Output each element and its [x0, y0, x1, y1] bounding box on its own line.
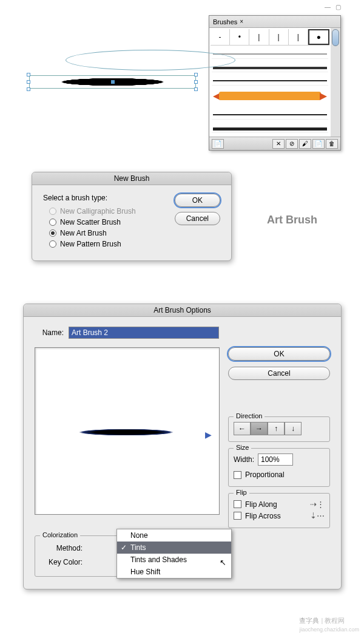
art-brush-annotation: Art Brush — [267, 214, 317, 226]
selection-handle[interactable] — [27, 80, 30, 84]
brush-ribbon[interactable] — [213, 89, 327, 105]
cancel-button[interactable]: Cancel — [175, 212, 220, 225]
dropdown-item-tints[interactable]: ✓ Tints — [117, 542, 231, 554]
new-brush-icon[interactable]: 📄 — [312, 139, 325, 149]
width-input[interactable] — [258, 453, 293, 466]
window-controls: — ▢ — [325, 4, 341, 10]
options-icon[interactable]: ⊘ — [286, 139, 298, 149]
brush-stroke-5[interactable] — [212, 122, 328, 133]
flip-along-label: Flip Along — [245, 500, 277, 509]
preview-column: ▶ — [35, 347, 220, 528]
brush-thumb[interactable]: | — [269, 29, 289, 45]
cancel-button[interactable]: Cancel — [228, 367, 330, 380]
art-brush-options-dialog: Art Brush Options Name: ▶ OK Cancel Dire… — [23, 304, 342, 589]
brush-thumb[interactable]: | — [249, 29, 269, 45]
brush-type-prompt: Select a brush type: — [43, 194, 164, 202]
width-label: Width: — [234, 455, 254, 464]
selection-handle[interactable] — [194, 73, 198, 76]
dialog-buttons: OK Cancel — [175, 194, 220, 250]
name-label: Name: — [35, 328, 64, 337]
brush-type-options: Select a brush type: New Calligraphic Br… — [43, 194, 164, 250]
brush-stroke-4[interactable] — [212, 109, 328, 120]
ok-button[interactable]: OK — [228, 347, 330, 361]
brush-thumb[interactable]: - — [211, 29, 230, 45]
brush-thumb-selected[interactable]: ● — [308, 29, 329, 45]
brush-thumb[interactable]: • — [230, 29, 249, 45]
name-input[interactable] — [69, 327, 219, 339]
method-dropdown[interactable]: None ✓ Tints Tints and Shades Hue Shift … — [116, 529, 232, 579]
checkbox-icon[interactable] — [234, 471, 241, 479]
direction-right-button[interactable]: → — [251, 422, 268, 435]
brush-thumb-row: - • | | | ● — [211, 29, 329, 46]
brush-stroke-3[interactable] — [212, 75, 328, 86]
minimize-icon[interactable]: — — [325, 4, 331, 10]
colorization-group: Colorization Method: Key Color: Tips Non… — [35, 535, 223, 577]
size-group: Size Width: Proportional — [228, 448, 330, 487]
brushes-panel: Brushes × - • | | | ● 📄 — [209, 15, 341, 151]
colorization-label: Colorization — [40, 531, 80, 538]
scroll-thumb[interactable] — [332, 29, 339, 46]
brushes-footer: 📄 ✕ ⊘ 🖌 📄 🗑 — [209, 137, 340, 150]
path-outline[interactable] — [66, 50, 235, 70]
flip-along-icon: ⇢⋮ — [310, 500, 325, 509]
check-icon: ✓ — [121, 543, 127, 552]
radio-scatter[interactable]: New Scatter Brush — [43, 217, 164, 228]
flip-across-icon: ⇣⋯ — [310, 511, 325, 520]
radio-icon[interactable] — [49, 229, 56, 237]
brushes-list: - • | | | ● — [209, 28, 331, 137]
radio-icon[interactable] — [49, 240, 56, 248]
selection-handle[interactable] — [27, 73, 30, 76]
expand-icon[interactable]: ▢ — [335, 4, 341, 10]
radio-label: New Scatter Brush — [60, 218, 121, 226]
selection-handle[interactable] — [27, 87, 30, 91]
selection-handle[interactable] — [194, 80, 198, 84]
dropdown-item-tints-shades[interactable]: Tints and Shades — [117, 554, 231, 566]
brushes-panel-header[interactable]: Brushes × — [209, 16, 340, 28]
method-label: Method: — [42, 544, 83, 552]
ok-button[interactable]: OK — [175, 194, 220, 207]
direction-up-button[interactable]: ↑ — [268, 422, 285, 435]
direction-label: Direction — [234, 412, 265, 419]
scrollbar[interactable] — [331, 28, 340, 137]
radio-label: New Art Brush — [60, 229, 107, 237]
flip-label: Flip — [234, 489, 249, 496]
radio-calligraphic: New Calligraphic Brush — [43, 206, 164, 217]
checkbox-icon[interactable] — [234, 500, 241, 508]
dropdown-item-none[interactable]: None — [117, 529, 231, 542]
radio-icon — [49, 208, 56, 215]
options-column: OK Cancel Direction ← → ↑ ↓ Size Width: — [228, 347, 330, 528]
brushes-title: Brushes — [213, 18, 237, 25]
dropdown-item-hue-shift[interactable]: Hue Shift — [117, 566, 231, 578]
close-icon[interactable]: × — [240, 18, 243, 25]
proportional-label: Proportional — [245, 470, 285, 479]
dialog-title: New Brush — [32, 172, 231, 185]
radio-label: New Pattern Brush — [60, 240, 121, 248]
brush-icon[interactable]: 🖌 — [299, 139, 311, 149]
trash-icon[interactable]: 🗑 — [326, 139, 338, 149]
flip-across-row[interactable]: Flip Across ⇣⋯ — [234, 510, 325, 521]
cursor-icon: ↖ — [220, 558, 226, 567]
radio-label: New Calligraphic Brush — [60, 207, 136, 216]
radio-icon[interactable] — [49, 219, 56, 226]
radio-art[interactable]: New Art Brush — [43, 228, 164, 239]
new-brush-dialog: New Brush Select a brush type: New Calli… — [32, 172, 232, 261]
watermark: 查字典 | 教程网 jiaocheng.chazidian.com — [299, 616, 359, 633]
selection-handle[interactable] — [194, 87, 198, 91]
brush-thumb[interactable]: | — [289, 29, 308, 45]
radio-pattern[interactable]: New Pattern Brush — [43, 239, 164, 250]
direction-left-button[interactable]: ← — [234, 422, 251, 435]
remove-stroke-icon[interactable]: ✕ — [272, 139, 285, 149]
checkbox-icon[interactable] — [234, 512, 241, 520]
selection-handle[interactable] — [111, 80, 115, 84]
canvas-artwork — [29, 61, 196, 74]
library-icon[interactable]: 📄 — [212, 139, 224, 149]
flip-group: Flip Flip Along ⇢⋮ Flip Across ⇣⋯ — [228, 493, 330, 528]
proportional-row[interactable]: Proportional — [234, 469, 325, 480]
name-row: Name: — [35, 327, 330, 339]
dialog-title: Art Brush Options — [24, 304, 341, 317]
size-label: Size — [234, 444, 251, 451]
brushes-body: - • | | | ● — [209, 28, 340, 137]
direction-down-button[interactable]: ↓ — [285, 422, 302, 435]
brush-preview: ▶ — [35, 347, 220, 515]
flip-along-row[interactable]: Flip Along ⇢⋮ — [234, 498, 325, 510]
